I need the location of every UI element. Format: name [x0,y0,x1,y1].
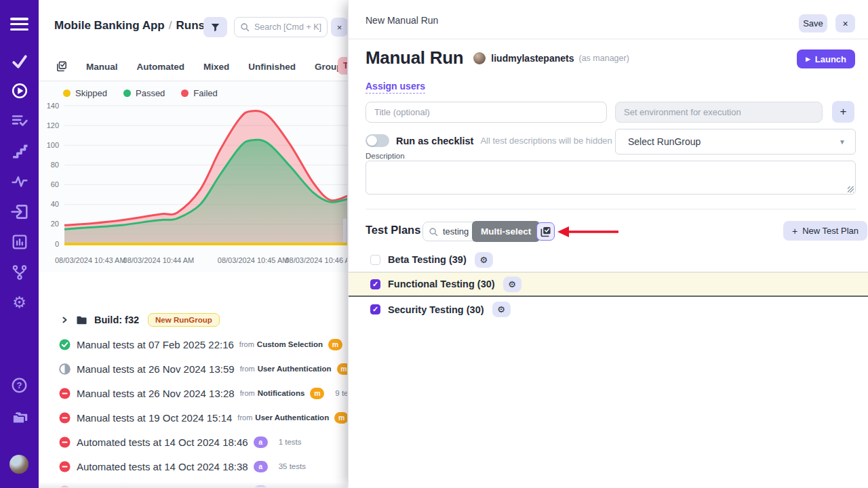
description-label: Description [366,152,405,160]
test-plan-row[interactable]: ✓ Functional Testing (30) ⚙ [349,272,868,297]
steps-icon[interactable] [0,143,39,159]
new-test-plan-button[interactable]: + New Test Plan [783,221,867,241]
run-row[interactable]: Automated tests at 14 Oct 2024 18:35 a 3… [39,479,347,488]
runs-list: Build: f32 New RunGroup Manual tests at … [39,308,347,488]
plan-name[interactable]: Security Testing (30) [388,304,484,315]
user-avatar[interactable] [9,455,28,474]
run-type-badge: m [328,339,342,350]
run-status-icon [59,339,71,350]
run-row[interactable]: Manual tests at 26 Nov 2024 13:28 from N… [39,381,347,405]
run-test-count: 9 tests [335,389,347,397]
run-type-tab[interactable]: Mixed [203,62,229,72]
search-input[interactable] [254,22,321,32]
legend-dot [123,89,131,97]
panel-title: New Manual Run [366,15,438,26]
svg-text:20: 20 [51,220,59,228]
run-type-tab[interactable]: Unfinished [248,62,296,72]
run-type-tab[interactable]: Automated [136,62,184,72]
menu-icon[interactable] [10,18,28,33]
run-title-input[interactable] [366,102,607,123]
run-type-badge: m [310,388,324,399]
plan-name[interactable]: Beta Testing (39) [388,254,467,265]
run-row[interactable]: Manual tests at 07 Feb 2025 22:16 from C… [39,332,347,357]
divider [366,209,856,209]
run-title-text[interactable]: Automated tests at 14 Oct 2024 18:38 [77,461,248,472]
multi-select-button[interactable] [536,222,555,241]
play-circle-icon[interactable] [0,83,39,99]
run-type-tab[interactable]: Manual [86,62,118,72]
gear-icon: ⚙ [508,279,516,289]
run-from-label: from [239,340,254,348]
breadcrumb-separator: / [165,19,176,32]
rungroup-select[interactable]: Select RunGroup ▼ [615,129,856,155]
run-title-text[interactable]: Manual tests at 07 Feb 2025 22:16 [77,339,234,350]
new-rungroup-badge[interactable]: New RunGroup [148,313,220,327]
gear-icon: ⚙ [479,255,488,265]
play-icon: ▶ [806,56,810,62]
panel-topbar: New Manual Run Save × [349,0,868,39]
checklist-hint: All test descriptions will be hidden [480,136,612,146]
gear-icon[interactable]: ⚙ [0,294,39,310]
chevron-right-icon[interactable] [61,316,68,324]
run-group-title[interactable]: Build: f32 [94,314,139,325]
list-check-icon[interactable] [0,113,39,129]
scrollbar-thumb[interactable] [343,218,347,243]
plan-checkbox[interactable]: ✓ [370,304,380,314]
run-source[interactable]: Notifications [258,389,305,397]
run-group-row[interactable]: Build: f32 New RunGroup [39,308,347,332]
description-textarea[interactable] [366,161,856,195]
assign-users-link[interactable]: Assign users [366,81,425,94]
legend-item[interactable]: Failed [181,88,217,98]
run-type-badge: a [254,461,268,472]
run-title-text[interactable]: Automated tests at 14 Oct 2024 18:35 [77,485,248,488]
run-source[interactable]: Custom Selection [257,340,323,348]
close-panel-button[interactable]: × [835,14,855,33]
run-title-text[interactable]: Manual tests at 19 Oct 2024 15:14 [77,412,232,424]
run-row[interactable]: Automated tests at 14 Oct 2024 18:38 a 3… [39,454,347,479]
tab-count-badge[interactable]: T [338,57,347,75]
checklist-row: Run as checklist All test descriptions w… [366,134,612,147]
legend-item[interactable]: Passed [123,88,165,98]
run-source[interactable]: User Authentication [255,413,329,422]
launch-button[interactable]: ▶ Launch [797,49,855,68]
manager-name[interactable]: liudmylastepanets [491,53,574,64]
select-runs-icon[interactable] [56,60,67,73]
plan-name[interactable]: Functional Testing (30) [388,279,495,289]
projects-icon[interactable] [0,408,39,426]
help-icon[interactable]: ? [0,377,39,394]
plan-checkbox[interactable]: ✓ [370,279,380,289]
run-row[interactable]: Automated tests at 14 Oct 2024 18:46 a 1… [39,430,347,454]
plan-checkbox[interactable] [370,255,380,265]
run-title-text[interactable]: Automated tests at 14 Oct 2024 18:46 [77,436,248,448]
run-title-text[interactable]: Manual tests at 26 Nov 2024 13:59 [77,363,235,375]
plan-settings-button[interactable]: ⚙ [492,302,511,317]
check-icon[interactable] [0,54,39,70]
test-plan-row[interactable]: ✓ Security Testing (30) ⚙ [349,298,868,321]
annotation-arrow [550,224,621,240]
run-title-text[interactable]: Manual tests at 26 Nov 2024 13:28 [77,388,235,399]
activity-icon[interactable] [0,174,39,190]
run-status-icon [59,412,71,424]
sign-in-icon[interactable] [0,203,39,220]
environment-input[interactable] [615,102,823,123]
run-as-checklist-toggle[interactable] [366,134,389,147]
run-title: Manual Run [366,47,463,68]
search-close-button[interactable]: × [331,18,347,37]
plan-settings-button[interactable]: ⚙ [503,277,521,292]
run-row[interactable]: Manual tests at 26 Nov 2024 13:59 from U… [39,357,347,381]
test-plan-row[interactable]: Beta Testing (39) ⚙ [349,249,868,270]
legend-dot [181,89,189,97]
breadcrumb-project[interactable]: Mobile Banking App [54,19,165,32]
run-row[interactable]: Manual tests at 19 Oct 2024 15:14 from U… [39,405,347,430]
branch-icon[interactable] [0,264,39,281]
legend-item[interactable]: Skipped [63,88,107,98]
plan-settings-button[interactable]: ⚙ [475,252,493,268]
filter-button[interactable] [203,17,227,37]
run-from-label: from [240,389,255,397]
bar-chart-icon[interactable] [0,234,39,250]
manager-role: (as manager) [579,54,629,63]
run-source[interactable]: User Authentication [258,365,332,373]
add-environment-button[interactable]: + [832,101,854,123]
save-button[interactable]: Save [799,14,827,33]
run-type-badge: a [254,436,268,448]
